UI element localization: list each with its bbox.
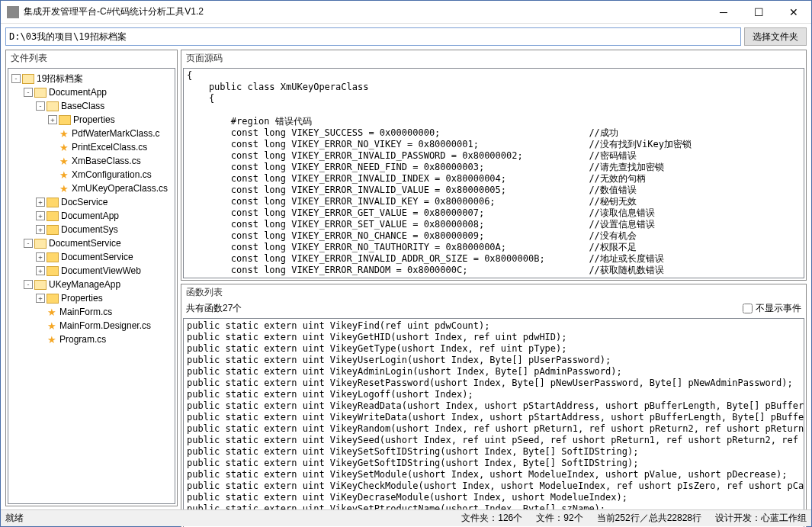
file-star-icon: ★ (47, 307, 57, 317)
tree-node[interactable]: -DocumentApp (10, 85, 173, 99)
tree-node[interactable]: -19招标档案 (10, 72, 173, 85)
function-list-title: 函数列表 (181, 284, 806, 300)
tree-node[interactable]: +DocumentApp (10, 209, 173, 223)
tree-node-label: DocumentSys (61, 224, 118, 235)
source-code-panel: 页面源码 { public class XmUKeyOperaClass { #… (181, 50, 807, 281)
tree-node-label: Properties (73, 114, 115, 125)
tree-toggle-icon[interactable]: + (36, 266, 45, 275)
tree-node-label: 19招标档案 (37, 72, 83, 85)
tree-node-label: XmBaseClass.cs (72, 156, 141, 166)
tree-node[interactable]: -BaseClass (10, 99, 173, 113)
folder-icon (47, 211, 59, 221)
tree-toggle-icon[interactable]: + (48, 115, 57, 124)
tree-toggle-icon[interactable]: + (36, 225, 45, 234)
tree-node[interactable]: ★PrintExcelClass.cs (10, 140, 173, 154)
tree-node-label: DocumentViewWeb (61, 265, 141, 276)
titlebar: 集成开发管理平台-C#代码统计分析工具V1.2 ─ ☐ ✕ (1, 1, 811, 24)
tree-node-label: PdfWaterMarkClass.c (72, 128, 160, 139)
tree-node[interactable]: +DocService (10, 195, 173, 209)
file-star-icon: ★ (47, 320, 57, 331)
status-ready: 就绪 (5, 512, 24, 525)
folder-icon (47, 294, 59, 304)
path-bar: 选择文件夹 (1, 24, 811, 50)
tree-toggle-icon (48, 184, 57, 193)
status-bar: 就绪 文件夹：126个 文件：92个 当前252行／总共22828行 设计开发：… (1, 509, 811, 526)
tree-node[interactable]: ★XmConfiguration.cs (10, 168, 173, 182)
window-title: 集成开发管理平台-C#代码统计分析工具V1.2 (24, 5, 706, 18)
tree-node[interactable]: ★MainForm.cs (10, 305, 173, 319)
function-list-box[interactable]: public static extern uint VikeyFind(ref … (183, 318, 804, 527)
folder-icon (34, 239, 47, 249)
status-credit: 设计开发：心蓝工作组 (715, 512, 807, 525)
app-window: 集成开发管理平台-C#代码统计分析工具V1.2 ─ ☐ ✕ 选择文件夹 文件列表… (0, 0, 812, 527)
tree-node[interactable]: +DocumentSys (10, 223, 173, 236)
tree-toggle-icon (48, 143, 57, 152)
tree-node[interactable]: +DocumentService (10, 250, 173, 264)
tree-node[interactable]: ★PdfWaterMarkClass.c (10, 127, 173, 140)
function-count-label: 共有函数27个 (186, 302, 242, 315)
tree-node[interactable]: ★XmBaseClass.cs (10, 154, 173, 168)
tree-toggle-icon[interactable]: + (36, 252, 45, 262)
tree-toggle-icon (48, 129, 57, 138)
tree-node-label: MainForm.Designer.cs (59, 320, 151, 331)
tree-toggle-icon[interactable]: - (24, 280, 33, 289)
folder-icon (59, 115, 71, 125)
tree-toggle-icon[interactable]: + (36, 211, 45, 220)
tree-node-label: MainForm.cs (59, 307, 112, 317)
close-button[interactable]: ✕ (776, 1, 811, 24)
tree-node[interactable]: +DocumentViewWeb (10, 264, 173, 278)
maximize-button[interactable]: ☐ (741, 1, 776, 24)
file-star-icon: ★ (59, 142, 69, 153)
file-star-icon: ★ (59, 183, 69, 194)
tree-node[interactable]: ★Program.cs (10, 333, 173, 346)
file-list-title: 文件列表 (6, 50, 177, 66)
tree-toggle-icon[interactable]: + (36, 294, 45, 303)
tree-node-label: Program.cs (59, 334, 106, 345)
tree-toggle-icon (36, 335, 45, 344)
folder-icon (47, 101, 59, 111)
folder-icon (47, 266, 59, 276)
tree-node[interactable]: -DocumentService (10, 236, 173, 250)
app-icon (7, 6, 19, 18)
status-folders: 文件夹：126个 (461, 512, 522, 525)
function-list-panel: 函数列表 共有函数27个 不显示事件 public static extern … (181, 284, 807, 527)
tree-toggle-icon (36, 307, 45, 317)
tree-node-label: BaseClass (61, 101, 104, 111)
folder-icon (34, 88, 47, 98)
tree-node[interactable]: ★MainForm.Designer.cs (10, 319, 173, 333)
tree-node-label: Properties (61, 293, 103, 304)
folder-icon (47, 198, 59, 207)
tree-node[interactable]: +Properties (10, 113, 173, 127)
tree-node-label: XmUKeyOperaClass.cs (72, 183, 168, 194)
tree-toggle-icon (48, 170, 57, 179)
tree-toggle-icon[interactable]: - (11, 74, 21, 83)
file-tree[interactable]: -19招标档案-DocumentApp-BaseClass+Properties… (8, 68, 175, 504)
tree-toggle-icon[interactable]: - (24, 88, 33, 97)
tree-node-label: DocumentApp (61, 210, 119, 221)
hide-events-input[interactable] (743, 304, 753, 313)
file-star-icon: ★ (59, 128, 69, 139)
tree-node[interactable]: +Properties (10, 291, 173, 305)
folder-icon (47, 225, 59, 235)
tree-node-label: PrintExcelClass.cs (72, 142, 147, 153)
file-list-panel: 文件列表 -19招标档案-DocumentApp-BaseClass+Prope… (5, 50, 178, 506)
folder-icon (47, 252, 59, 262)
tree-node-label: DocumentApp (49, 87, 107, 98)
tree-node-label: UKeyManageApp (49, 279, 120, 290)
hide-events-label: 不显示事件 (756, 302, 801, 315)
tree-node-label: DocumentService (49, 238, 121, 249)
source-code-box[interactable]: { public class XmUKeyOperaClass { #regio… (183, 68, 804, 278)
tree-toggle-icon (48, 156, 57, 165)
tree-toggle-icon[interactable]: - (36, 101, 45, 111)
path-input[interactable] (5, 27, 741, 46)
file-star-icon: ★ (59, 156, 69, 166)
status-lines: 当前252行／总共22828行 (597, 512, 701, 525)
minimize-button[interactable]: ─ (706, 1, 741, 24)
hide-events-checkbox[interactable]: 不显示事件 (743, 302, 801, 315)
tree-toggle-icon[interactable]: - (24, 239, 33, 248)
browse-folder-button[interactable]: 选择文件夹 (744, 27, 807, 46)
file-star-icon: ★ (47, 334, 57, 345)
tree-node[interactable]: -UKeyManageApp (10, 278, 173, 291)
tree-toggle-icon[interactable]: + (36, 198, 45, 207)
tree-node[interactable]: ★XmUKeyOperaClass.cs (10, 182, 173, 195)
